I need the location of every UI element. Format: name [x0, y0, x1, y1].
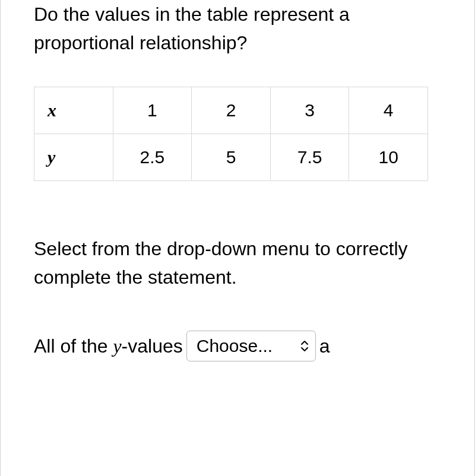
question-2-text: Select from the drop-down menu to correc…	[34, 234, 441, 291]
table-cell: 2	[192, 87, 271, 134]
variable-y: y	[113, 335, 121, 357]
dropdown-selected-label: Choose...	[197, 336, 295, 356]
table-row: x 1 2 3 4	[34, 87, 428, 134]
table-cell: 7.5	[270, 134, 349, 181]
statement-suffix: a	[319, 335, 330, 357]
table-cell: 4	[349, 87, 428, 134]
question-1-text: Do the values in the table represent a p…	[34, 0, 441, 57]
data-table: x 1 2 3 4 y 2.5 5 7.5 10	[34, 87, 428, 181]
table-cell: 10	[349, 134, 428, 181]
row-header-y: y	[34, 134, 113, 181]
row-header-x: x	[34, 87, 113, 134]
statement-row: All of the y-values Choose... a	[34, 331, 441, 361]
answer-dropdown[interactable]: Choose...	[186, 331, 316, 361]
table-cell: 1	[113, 87, 192, 134]
table-cell: 2.5	[113, 134, 192, 181]
statement-prefix: All of the y-values	[34, 335, 183, 357]
table-row: y 2.5 5 7.5 10	[34, 134, 428, 181]
chevron-up-down-icon	[300, 339, 309, 353]
table-cell: 5	[192, 134, 271, 181]
table-cell: 3	[270, 87, 349, 134]
